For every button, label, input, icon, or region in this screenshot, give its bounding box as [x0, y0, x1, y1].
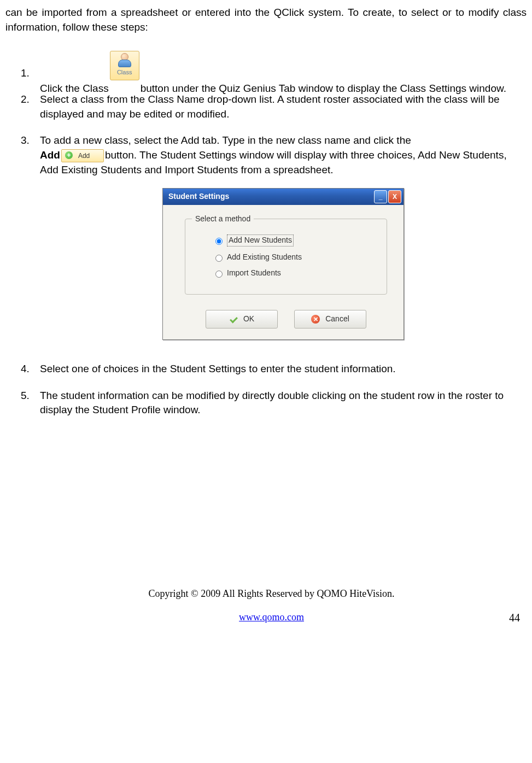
dialog-body: Select a method Add New Students Add Exi… — [163, 205, 404, 339]
cancel-button-label: Cancel — [325, 314, 349, 325]
copyright-text: Copyright © 2009 All Rights Reserved by … — [5, 587, 532, 601]
plus-icon: + — [65, 151, 73, 159]
checkmark-icon — [229, 316, 238, 322]
steps-list: 1. Click the Class Class button under th… — [5, 51, 527, 418]
cancel-button[interactable]: ✕ Cancel — [294, 310, 366, 328]
website-link[interactable]: www.qomo.com — [239, 611, 304, 624]
step-number: 4. — [21, 362, 30, 377]
radio-add-existing-input[interactable] — [215, 255, 223, 262]
person-icon — [118, 53, 132, 67]
step-2-text: Select a class from the Class Name drop-… — [40, 93, 500, 120]
step-number: 2. — [21, 92, 30, 107]
method-groupbox: Select a method Add New Students Add Exi… — [185, 219, 387, 295]
intro-paragraph: can be imported from a spreadsheet or en… — [5, 5, 527, 34]
footer: Copyright © 2009 All Rights Reserved by … — [5, 587, 532, 624]
step-5: 5. The student information can be modifi… — [21, 389, 527, 418]
step-3-add-bold: Add — [40, 149, 60, 161]
step-4: 4. Select one of choices in the Student … — [21, 362, 527, 377]
step-number: 3. — [21, 133, 30, 148]
radio-add-existing-label: Add Existing Students — [227, 252, 302, 263]
radio-add-new-input[interactable] — [215, 238, 223, 245]
step-number: 5. — [21, 389, 30, 403]
class-button-icon: Class — [110, 51, 139, 80]
step-3-line1: To add a new class, select the Add tab. … — [40, 134, 411, 146]
radio-import-input[interactable] — [215, 271, 223, 278]
step-5-text: The student information can be modified … — [40, 390, 504, 416]
radio-add-existing[interactable]: Add Existing Students — [213, 252, 376, 263]
groupbox-legend: Select a method — [192, 214, 254, 225]
add-button-icon: + Add — [61, 149, 104, 162]
dialog-title: Student Settings — [168, 191, 373, 202]
class-button-label: Class — [110, 68, 139, 77]
student-settings-dialog: Student Settings _ X Select a method Add… — [162, 188, 404, 340]
ok-button-label: OK — [243, 314, 254, 325]
step-3: 3. To add a new class, select the Add ta… — [21, 133, 527, 340]
page-number: 44 — [509, 610, 520, 625]
add-button-label: Add — [78, 151, 90, 161]
step-3-post: button. The Student Settings window will… — [40, 149, 507, 175]
radio-import-label: Import Students — [227, 268, 281, 279]
step-4-text: Select one of choices in the Student Set… — [40, 363, 396, 374]
close-button[interactable]: X — [388, 190, 401, 203]
radio-add-new-label: Add New Students — [227, 234, 294, 246]
ok-button[interactable]: OK — [206, 310, 278, 328]
radio-add-new[interactable]: Add New Students — [213, 234, 376, 246]
minimize-button[interactable]: _ — [374, 190, 387, 203]
step-2: 2. Select a class from the Class Name dr… — [21, 92, 527, 121]
dialog-titlebar: Student Settings _ X — [163, 189, 404, 205]
cancel-icon: ✕ — [311, 315, 320, 324]
step-number: 1. — [21, 66, 30, 81]
step-1: 1. Click the Class Class button under th… — [21, 51, 527, 80]
dialog-button-row: OK ✕ Cancel — [185, 310, 387, 328]
radio-import[interactable]: Import Students — [213, 268, 376, 279]
